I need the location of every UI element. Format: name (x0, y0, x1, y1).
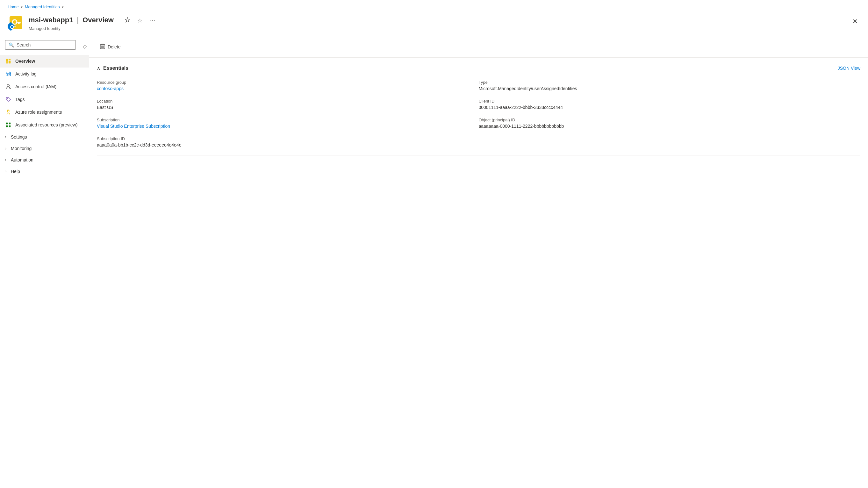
search-box[interactable]: 🔍 (5, 40, 76, 50)
page-header: msi-webapp1 | Overview ☆ ··· Managed Ide… (0, 12, 868, 36)
sidebar-label-settings: Settings (11, 134, 27, 140)
collapse-icon[interactable]: ∧ (97, 66, 100, 71)
essentials-grid: Resource group contoso-apps Type Microso… (97, 78, 860, 134)
pin-button[interactable] (123, 16, 132, 26)
svg-rect-9 (14, 27, 14, 28)
sidebar-label-access-control: Access control (IAM) (15, 84, 56, 89)
svg-point-24 (7, 98, 8, 99)
azure-role-icon (5, 109, 11, 115)
label-location: Location (97, 99, 479, 103)
resource-icon (8, 14, 24, 31)
access-control-icon (5, 84, 11, 90)
essentials-type: Type Microsoft.ManagedIdentity/userAssig… (479, 78, 861, 96)
sidebar-item-tags[interactable]: Tags (0, 93, 89, 106)
svg-rect-29 (6, 125, 8, 127)
sidebar-item-monitoring[interactable]: › Monitoring (0, 143, 89, 154)
delete-button[interactable]: Delete (97, 41, 124, 53)
settings-chevron: › (5, 135, 6, 139)
page-name: Overview (83, 16, 114, 24)
sidebar-label-monitoring: Monitoring (11, 146, 32, 151)
value-location: East US (97, 105, 479, 110)
essentials-resource-group: Resource group contoso-apps (97, 78, 479, 96)
close-icon: ✕ (852, 18, 858, 25)
sidebar-item-automation[interactable]: › Automation (0, 154, 89, 165)
more-button[interactable]: ··· (148, 16, 158, 25)
breadcrumb-sep1: > (21, 5, 23, 9)
sidebar-label-overview: Overview (15, 59, 35, 64)
title-separator: | (77, 16, 79, 24)
help-chevron: › (5, 169, 6, 174)
sidebar-filter-button[interactable]: ◇ (81, 42, 89, 51)
favorite-button[interactable]: ☆ (135, 16, 144, 26)
label-type: Type (479, 80, 861, 85)
svg-rect-15 (7, 72, 7, 73)
resource-group-link[interactable]: contoso-apps (97, 86, 124, 91)
star-icon: ☆ (137, 18, 143, 24)
essentials-location: Location East US (97, 96, 479, 115)
value-object-id: aaaaaaaa-0000-1111-2222-bbbbbbbbbbbb (479, 124, 861, 129)
sidebar-item-settings[interactable]: › Settings (0, 131, 89, 143)
sidebar-item-overview[interactable]: Overview (0, 55, 89, 67)
value-subscription-id: aaaa0a0a-bb1b-cc2c-dd3d-eeeeee4e4e4e (97, 142, 860, 148)
sidebar-item-activity-log[interactable]: Activity log (0, 67, 89, 80)
sidebar-controls: ◇ « (81, 42, 89, 51)
more-icon: ··· (149, 17, 156, 24)
delete-icon (100, 43, 105, 50)
json-view-link[interactable]: JSON View (838, 66, 860, 71)
svg-point-26 (8, 110, 9, 111)
breadcrumb-home[interactable]: Home (8, 4, 19, 9)
label-client-id: Client ID (479, 99, 861, 103)
resource-subtitle: Managed Identity (29, 26, 158, 31)
resource-name: msi-webapp1 (29, 16, 73, 24)
main-layout: 🔍 ◇ « Overview (0, 36, 868, 483)
essentials-subscription: Subscription Visual Studio Enterprise Su… (97, 115, 479, 134)
svg-rect-20 (7, 75, 8, 75)
essentials-header: ∧ Essentials JSON View (97, 65, 860, 71)
search-input[interactable] (17, 42, 72, 48)
essentials-divider (97, 155, 860, 155)
main-content: Delete ∧ Essentials JSON View Resource g… (89, 36, 868, 483)
diamond-icon: ◇ (83, 43, 87, 49)
close-button[interactable]: ✕ (850, 16, 860, 27)
svg-rect-2 (16, 22, 21, 23)
sidebar-item-help[interactable]: › Help (0, 165, 89, 177)
value-type: Microsoft.ManagedIdentity/userAssignedId… (479, 86, 861, 91)
svg-rect-4 (18, 23, 19, 24)
sidebar-item-associated-resources[interactable]: Associated resources (preview) (0, 119, 89, 131)
value-subscription: Visual Studio Enterprise Subscription (97, 124, 479, 129)
tags-icon (5, 96, 11, 102)
svg-rect-18 (7, 74, 8, 74)
breadcrumb-sep2: > (62, 5, 64, 9)
label-subscription: Subscription (97, 118, 479, 122)
svg-rect-3 (20, 23, 21, 24)
essentials-section: ∧ Essentials JSON View Resource group co… (89, 58, 868, 155)
sidebar-label-automation: Automation (11, 157, 33, 162)
essentials-object-id: Object (principal) ID aaaaaaaa-0000-1111… (479, 115, 861, 134)
svg-rect-16 (9, 72, 10, 73)
essentials-client-id: Client ID 00001111-aaaa-2222-bbbb-3333cc… (479, 96, 861, 115)
header-title: msi-webapp1 | Overview ☆ ··· (29, 14, 158, 26)
delete-label: Delete (108, 44, 120, 50)
associated-resources-icon (5, 122, 11, 128)
svg-rect-28 (9, 123, 10, 124)
label-subscription-id: Subscription ID (97, 136, 860, 141)
sidebar-label-tags: Tags (15, 97, 25, 102)
toolbar: Delete (89, 36, 868, 58)
svg-rect-7 (13, 26, 16, 27)
essentials-title: ∧ Essentials (97, 65, 128, 71)
sidebar: 🔍 ◇ « Overview (0, 36, 89, 483)
breadcrumb-managed-identities[interactable]: Managed Identities (25, 4, 60, 9)
svg-rect-8 (14, 27, 15, 28)
label-resource-group: Resource group (97, 80, 479, 85)
sidebar-label-azure-role-assignments: Azure role assignments (15, 110, 62, 115)
automation-chevron: › (5, 158, 6, 162)
essentials-subscription-id: Subscription ID aaaa0a0a-bb1b-cc2c-dd3d-… (97, 134, 860, 153)
value-resource-group: contoso-apps (97, 86, 479, 91)
search-icon: 🔍 (9, 42, 14, 48)
sidebar-item-azure-role-assignments[interactable]: Azure role assignments (0, 106, 89, 119)
sidebar-item-access-control[interactable]: Access control (IAM) (0, 80, 89, 93)
activity-log-icon (5, 71, 11, 77)
subscription-link[interactable]: Visual Studio Enterprise Subscription (97, 124, 170, 129)
sidebar-label-activity-log: Activity log (15, 71, 37, 77)
search-row: 🔍 ◇ « (0, 40, 89, 55)
